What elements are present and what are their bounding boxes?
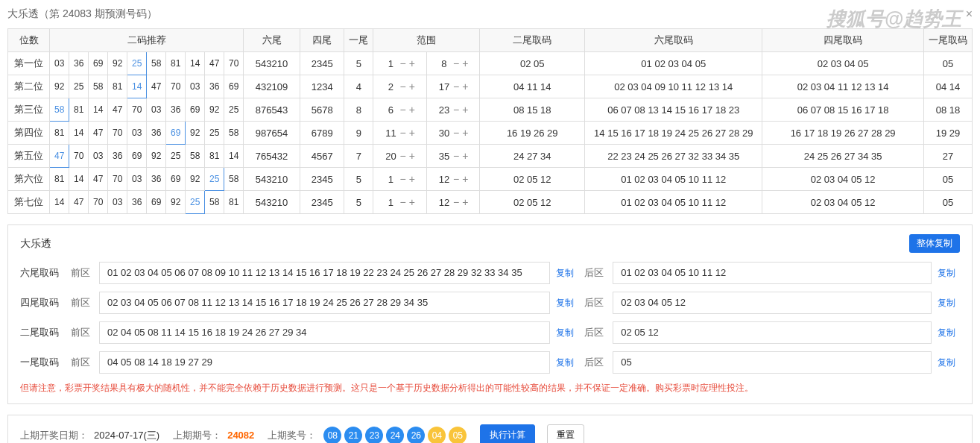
plus-icon[interactable]: + bbox=[409, 81, 415, 92]
num-cell: 47 bbox=[108, 98, 127, 122]
num-cell: 58 bbox=[89, 75, 108, 98]
erwei-qm-cell: 08 15 18 bbox=[480, 98, 585, 122]
plus-icon[interactable]: + bbox=[409, 196, 415, 208]
minus-icon[interactable]: − bbox=[453, 57, 459, 69]
plus-icon[interactable]: + bbox=[462, 150, 468, 162]
erwei-qm-cell: 16 19 26 29 bbox=[480, 122, 585, 145]
num-cell: 25 bbox=[69, 75, 89, 98]
minus-icon[interactable]: − bbox=[453, 173, 459, 185]
plus-icon[interactable]: + bbox=[409, 173, 415, 185]
minus-icon[interactable]: − bbox=[453, 104, 459, 116]
yiwei-qm-cell: 19 29 bbox=[923, 122, 972, 145]
num-cell: 03 bbox=[186, 75, 205, 98]
plus-icon[interactable]: + bbox=[462, 127, 468, 139]
copy-button[interactable]: 复制 bbox=[938, 267, 960, 280]
copy-button[interactable]: 复制 bbox=[938, 297, 960, 310]
front-box[interactable]: 02 04 05 08 11 14 15 16 18 19 24 26 27 2… bbox=[99, 321, 550, 344]
results-panel: 大乐透 整体复制 六尾取码 前区 01 02 03 04 05 06 07 08… bbox=[7, 224, 973, 404]
num-cell: 47 bbox=[89, 168, 108, 191]
plus-icon[interactable]: + bbox=[462, 196, 468, 208]
front-box[interactable]: 01 02 03 04 05 06 07 08 09 10 11 12 13 1… bbox=[99, 262, 550, 284]
num-cell: 92 bbox=[50, 75, 69, 98]
num-cell: 25 bbox=[166, 145, 186, 168]
num-cell: 70 bbox=[89, 191, 108, 214]
num-cell: 36 bbox=[147, 168, 166, 191]
front-box[interactable]: 02 03 04 05 06 07 08 11 12 13 14 15 16 1… bbox=[99, 292, 550, 314]
front-box[interactable]: 04 05 08 14 18 19 27 29 bbox=[99, 351, 550, 374]
num-cell: 70 bbox=[127, 98, 147, 122]
copy-button[interactable]: 复制 bbox=[938, 356, 960, 369]
col-erwei-qm: 二尾取码 bbox=[480, 29, 585, 52]
num-cell: 03 bbox=[147, 98, 166, 122]
num-cell: 36 bbox=[69, 52, 89, 75]
num-cell: 81 bbox=[108, 75, 127, 98]
range-min-value: 6 bbox=[385, 104, 396, 116]
result-row: 四尾取码 前区 02 03 04 05 06 07 08 11 12 13 14… bbox=[20, 292, 960, 314]
award-label: 上期奖号： bbox=[268, 429, 316, 442]
num-cell: 70 bbox=[108, 168, 127, 191]
yiwei-cell: 9 bbox=[344, 122, 373, 145]
period-value: 24082 bbox=[227, 430, 254, 441]
siwei-qm-cell: 02 03 04 05 bbox=[762, 52, 924, 75]
plus-icon[interactable]: + bbox=[462, 57, 468, 69]
siwei-qm-cell: 02 03 04 05 12 bbox=[762, 168, 924, 191]
num-cell: 14 bbox=[127, 75, 147, 98]
num-cell: 36 bbox=[147, 122, 166, 145]
liuwei-qm-cell: 01 02 03 04 05 10 11 12 bbox=[585, 168, 762, 191]
back-box[interactable]: 02 05 12 bbox=[613, 321, 932, 344]
plus-icon[interactable]: + bbox=[462, 173, 468, 185]
date-label: 上期开奖日期： bbox=[20, 429, 88, 442]
plus-icon[interactable]: + bbox=[409, 150, 415, 162]
range-max-cell: 12−+ bbox=[426, 168, 479, 191]
back-box[interactable]: 05 bbox=[613, 351, 932, 374]
num-cell: 81 bbox=[50, 168, 69, 191]
copy-button[interactable]: 复制 bbox=[556, 267, 578, 280]
execute-button[interactable]: 执行计算 bbox=[480, 424, 535, 443]
num-cell: 03 bbox=[127, 122, 147, 145]
num-cell: 92 bbox=[147, 145, 166, 168]
back-box[interactable]: 01 02 03 04 05 10 11 12 bbox=[613, 262, 932, 284]
front-label: 前区 bbox=[71, 326, 93, 339]
minus-icon[interactable]: − bbox=[399, 150, 405, 162]
minus-icon[interactable]: − bbox=[453, 127, 459, 139]
minus-icon[interactable]: − bbox=[453, 81, 459, 92]
copy-button[interactable]: 复制 bbox=[556, 297, 578, 310]
copy-button[interactable]: 复制 bbox=[556, 356, 578, 369]
plus-icon[interactable]: + bbox=[462, 81, 468, 92]
result-row: 一尾取码 前区 04 05 08 14 18 19 27 29 复制 后区 05… bbox=[20, 351, 960, 374]
range-max-value: 35 bbox=[438, 151, 450, 162]
num-cell: 92 bbox=[108, 52, 127, 75]
copy-button[interactable]: 复制 bbox=[938, 327, 960, 339]
plus-icon[interactable]: + bbox=[462, 104, 468, 116]
minus-icon[interactable]: − bbox=[453, 196, 459, 208]
minus-icon[interactable]: − bbox=[453, 150, 459, 162]
num-cell: 14 bbox=[69, 122, 89, 145]
pos-cell: 第六位 bbox=[8, 168, 50, 191]
plus-icon[interactable]: + bbox=[409, 127, 415, 139]
date-value: 2024-07-17(三) bbox=[94, 429, 159, 442]
page-title: 大乐透（第 24083 期预测号码） bbox=[7, 7, 157, 21]
result-label: 六尾取码 bbox=[20, 266, 65, 280]
reset-button[interactable]: 重置 bbox=[547, 424, 584, 443]
plus-icon[interactable]: + bbox=[409, 57, 415, 69]
num-cell: 47 bbox=[205, 52, 224, 75]
liuwei-cell: 543210 bbox=[244, 191, 300, 214]
result-label: 四尾取码 bbox=[20, 296, 65, 310]
minus-icon[interactable]: − bbox=[399, 127, 405, 139]
minus-icon[interactable]: − bbox=[399, 81, 405, 92]
col-siwei: 四尾 bbox=[300, 29, 344, 52]
copy-button[interactable]: 复制 bbox=[556, 327, 578, 339]
siwei-qm-cell: 16 17 18 19 26 27 28 29 bbox=[762, 122, 924, 145]
minus-icon[interactable]: − bbox=[399, 57, 405, 69]
minus-icon[interactable]: − bbox=[399, 104, 405, 116]
minus-icon[interactable]: − bbox=[399, 196, 405, 208]
copy-all-button[interactable]: 整体复制 bbox=[909, 234, 960, 253]
back-box[interactable]: 02 03 04 05 12 bbox=[613, 292, 932, 314]
range-min-value: 20 bbox=[385, 151, 396, 162]
pos-cell: 第一位 bbox=[8, 52, 50, 75]
close-icon[interactable]: × bbox=[966, 7, 973, 21]
back-label: 后区 bbox=[584, 266, 607, 280]
plus-icon[interactable]: + bbox=[409, 104, 415, 116]
minus-icon[interactable]: − bbox=[399, 173, 405, 185]
num-cell: 92 bbox=[166, 191, 186, 214]
